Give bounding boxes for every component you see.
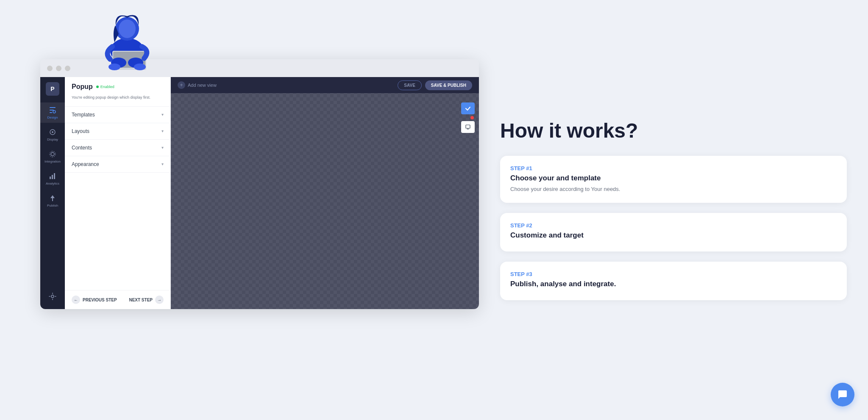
sidebar-item-analytics[interactable]: Analytics	[40, 169, 65, 189]
svg-point-11	[52, 131, 53, 133]
step-2-number: STEP #2	[510, 222, 837, 229]
step-1-number: STEP #1	[510, 165, 837, 171]
svg-rect-15	[52, 175, 53, 179]
svg-rect-16	[54, 173, 55, 179]
enabled-badge: Enabled	[96, 85, 114, 89]
svg-point-8	[134, 64, 146, 70]
svg-point-17	[51, 295, 54, 298]
display-label: Display	[47, 138, 58, 141]
panel-footer: ← PREVIOUS STEP NEXT STEP →	[65, 290, 170, 309]
svg-rect-18	[466, 125, 470, 128]
canvas-device-button[interactable]	[461, 121, 475, 133]
accordion-header-templates[interactable]: Templates ▾	[65, 107, 170, 123]
svg-point-12	[51, 152, 54, 156]
app-sidebar: P Design	[40, 77, 65, 309]
canvas-float-controls	[461, 102, 475, 133]
browser-dot-1	[47, 66, 53, 71]
edit-notice: You're editing popup design which displa…	[72, 95, 164, 100]
publish-label: Publish	[47, 204, 58, 207]
save-publish-button[interactable]: SAVE & PUBLISH	[425, 80, 472, 90]
design-label: Design	[47, 116, 58, 119]
browser-dot-2	[56, 66, 61, 71]
svg-point-7	[108, 64, 120, 70]
left-area: P Design	[0, 0, 479, 420]
publish-icon	[48, 194, 57, 202]
accordion-header-contents[interactable]: Contents ▾	[65, 140, 170, 156]
chevron-down-icon-appearance: ▾	[161, 162, 164, 166]
accordion-header-layouts[interactable]: Layouts ▾	[65, 123, 170, 139]
accordion-label-layouts: Layouts	[72, 128, 89, 134]
design-icon	[48, 106, 57, 114]
svg-point-9	[53, 111, 56, 113]
svg-rect-14	[50, 177, 51, 179]
step-3-title: Publish, analyse and integrate.	[510, 280, 837, 288]
integration-icon	[48, 150, 57, 158]
next-arrow-icon: →	[155, 296, 164, 304]
sidebar-item-bottom[interactable]	[48, 289, 57, 304]
next-step-button[interactable]: NEXT STEP →	[129, 296, 164, 304]
toolbar-actions: SAVE SAVE & PUBLISH	[398, 80, 472, 90]
accordion-layouts[interactable]: Layouts ▾	[65, 123, 170, 140]
display-icon	[48, 128, 57, 136]
prev-step-button[interactable]: ← PREVIOUS STEP	[72, 296, 117, 304]
chevron-down-icon-templates: ▾	[161, 112, 164, 117]
sidebar-item-display[interactable]: Display	[40, 124, 65, 145]
chevron-down-icon-contents: ▾	[161, 145, 164, 150]
next-step-label: NEXT STEP	[129, 298, 153, 302]
panel-area: Popup Enabled You're editing popup desig…	[65, 77, 171, 309]
canvas-toolbar: + Add new view SAVE SAVE & PUBLISH	[171, 77, 479, 93]
accordion-appearance[interactable]: Appearance ▾	[65, 156, 170, 173]
popup-title: Popup	[72, 83, 93, 91]
svg-point-13	[50, 151, 56, 157]
panel-header: Popup Enabled You're editing popup desig…	[65, 77, 170, 107]
step-2-title: Customize and target	[510, 231, 837, 240]
canvas-check-button[interactable]	[461, 102, 475, 114]
plus-icon: +	[178, 81, 185, 89]
step-1-title: Choose your and template	[510, 174, 837, 182]
save-button[interactable]: SAVE	[398, 80, 422, 90]
popup-title-row: Popup Enabled	[72, 83, 164, 91]
right-panel: How it works? STEP #1 Choose your and te…	[479, 103, 868, 317]
sidebar-item-publish[interactable]: Publish	[40, 191, 65, 211]
accordion-contents[interactable]: Contents ▾	[65, 140, 170, 156]
analytics-label: Analytics	[46, 182, 59, 185]
step-3-number: STEP #3	[510, 271, 837, 277]
browser-window: P Design	[40, 59, 479, 309]
step-card-1: STEP #1 Choose your and template Choose …	[500, 156, 847, 203]
accordion-label-contents: Contents	[72, 145, 92, 151]
accordion-header-appearance[interactable]: Appearance ▾	[65, 156, 170, 172]
step-1-desc: Choose your desire according to Your nee…	[510, 185, 837, 193]
enabled-dot	[96, 86, 99, 88]
sidebar-item-design[interactable]: Design	[40, 102, 65, 123]
accordion-label-appearance: Appearance	[72, 161, 99, 167]
illustration	[61, 0, 172, 74]
svg-point-2	[119, 19, 136, 38]
browser-content: P Design	[40, 77, 479, 309]
step-card-2: STEP #2 Customize and target	[500, 213, 847, 251]
chat-icon	[837, 390, 848, 400]
analytics-icon	[48, 172, 57, 180]
bottom-settings-icon	[48, 292, 57, 301]
add-new-view-button[interactable]: + Add new view	[178, 81, 217, 89]
sidebar-logo: P	[46, 82, 59, 96]
accordion-label-templates: Templates	[72, 112, 95, 118]
prev-arrow-icon: ←	[72, 296, 80, 304]
integration-label: Integration	[45, 160, 61, 163]
canvas-area: + Add new view SAVE SAVE & PUBLISH	[171, 77, 479, 309]
prev-step-label: PREVIOUS STEP	[83, 298, 117, 302]
how-it-works-title: How it works?	[500, 120, 847, 142]
chat-bubble-button[interactable]	[831, 383, 854, 406]
step-card-3: STEP #3 Publish, analyse and integrate.	[500, 262, 847, 300]
accordion-templates[interactable]: Templates ▾	[65, 107, 170, 123]
canvas-red-indicator	[470, 116, 474, 119]
sidebar-item-integration[interactable]: Integration	[40, 146, 65, 167]
add-new-view-label: Add new view	[188, 83, 217, 88]
chevron-down-icon-layouts: ▾	[161, 129, 164, 133]
enabled-label: Enabled	[100, 85, 114, 89]
